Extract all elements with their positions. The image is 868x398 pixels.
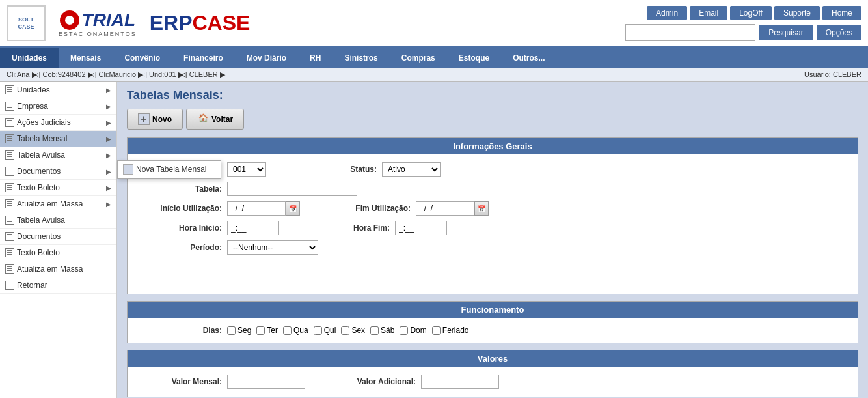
check-sex[interactable] bbox=[341, 326, 349, 335]
sidebar-item-acoes-judiciais[interactable]: Ações Judiciais ▶ bbox=[0, 115, 116, 131]
nav-sinistros[interactable]: Sinistros bbox=[332, 48, 389, 68]
search-input[interactable] bbox=[625, 24, 755, 41]
nav-financeiro[interactable]: Financeiro bbox=[172, 48, 235, 68]
valor-mensal-input[interactable] bbox=[227, 375, 305, 389]
check-ter[interactable] bbox=[256, 326, 265, 335]
section-informacoes-header: Informações Gerais bbox=[128, 138, 858, 154]
nav-estoque[interactable]: Estoque bbox=[447, 48, 501, 68]
tabela-input[interactable] bbox=[227, 182, 357, 196]
atualiza-massa2-icon bbox=[5, 264, 14, 274]
sidebar: Unidades ▶ Empresa ▶ Ações Judiciais ▶ T… bbox=[0, 82, 117, 398]
section-funcionamento-header: Funcionamento bbox=[128, 302, 858, 318]
sidebar-item-documentos[interactable]: Documentos ▶ bbox=[0, 163, 116, 180]
admin-button[interactable]: Admin bbox=[647, 6, 687, 20]
day-qui-label: Qui bbox=[324, 326, 336, 335]
check-sab[interactable] bbox=[370, 326, 379, 335]
check-qua[interactable] bbox=[283, 326, 292, 335]
sidebar-item-atualiza-massa2[interactable]: Atualiza em Massa bbox=[0, 261, 116, 277]
section-funcionamento-body: Dias: Seg Ter Qua bbox=[128, 318, 858, 343]
valor-adicional-label: Valor Adicional: bbox=[331, 377, 416, 386]
section-funcionamento: Funcionamento Dias: Seg Ter bbox=[127, 301, 858, 343]
empty-row-1 bbox=[137, 257, 848, 273]
pesquisar-button[interactable]: Pesquisar bbox=[759, 25, 812, 40]
logoff-button[interactable]: LogOff bbox=[730, 6, 772, 20]
sidebar-item-unidades[interactable]: Unidades ▶ bbox=[0, 82, 116, 98]
valor-mensal-label: Valor Mensal: bbox=[137, 377, 222, 386]
day-seg[interactable]: Seg bbox=[227, 326, 251, 335]
nav-mov-diario[interactable]: Mov Diário bbox=[235, 48, 298, 68]
trial-sub: ESTACIONAMENTOS bbox=[59, 31, 137, 37]
sidebar-item-empresa[interactable]: Empresa ▶ bbox=[0, 98, 116, 115]
check-dom[interactable] bbox=[400, 326, 408, 335]
email-button[interactable]: Email bbox=[690, 6, 727, 20]
empty-row-2 bbox=[137, 273, 848, 289]
periodo-select[interactable]: --Nenhum-- Semanal Mensal Anual bbox=[227, 240, 318, 255]
header-logos: SOFTCASE TRIAL ESTACIONAMENTOS ERPCASE bbox=[7, 5, 250, 41]
day-qui[interactable]: Qui bbox=[314, 326, 336, 335]
inicio-calendar-btn[interactable]: 📅 bbox=[286, 201, 300, 216]
texto-boleto2-icon bbox=[5, 248, 14, 257]
section-valores: Valores Valor Mensal: Valor Adicional: bbox=[127, 350, 858, 397]
day-dom[interactable]: Dom bbox=[400, 326, 426, 335]
submenu-tabela-mensal: Nova Tabela Mensal bbox=[117, 160, 221, 179]
sidebar-item-texto-boleto2[interactable]: Texto Boleto bbox=[0, 245, 116, 261]
documentos-icon bbox=[5, 167, 14, 176]
main-panel: Tabelas Mensais: + Novo 🏠 Voltar Informa… bbox=[117, 82, 868, 398]
section-valores-header: Valores bbox=[128, 350, 858, 367]
fim-calendar-btn[interactable]: 📅 bbox=[474, 201, 489, 216]
nav-convenio[interactable]: Convênio bbox=[113, 48, 172, 68]
sidebar-item-tabela-avulsa[interactable]: Tabela Avulsa ▶ bbox=[0, 147, 116, 163]
nav-outros[interactable]: Outros... bbox=[501, 48, 556, 68]
hora-inicio-input[interactable] bbox=[227, 221, 279, 235]
day-ter-label: Ter bbox=[267, 326, 278, 335]
submenu-nova-tabela-mensal[interactable]: Nova Tabela Mensal bbox=[118, 161, 221, 178]
sidebar-item-texto-boleto[interactable]: Texto Boleto ▶ bbox=[0, 180, 116, 196]
nav-rh[interactable]: RH bbox=[298, 48, 332, 68]
hora-fim-input[interactable] bbox=[395, 221, 447, 235]
sidebar-item-documentos2[interactable]: Documentos bbox=[0, 229, 116, 245]
check-qui[interactable] bbox=[314, 326, 322, 335]
day-ter[interactable]: Ter bbox=[256, 326, 278, 335]
arrow-icon: ▶ bbox=[106, 184, 111, 192]
opcoes-button[interactable]: Opções bbox=[817, 25, 861, 40]
fim-input[interactable] bbox=[416, 201, 474, 216]
row-periodo: Período: --Nenhum-- Semanal Mensal Anual bbox=[137, 238, 848, 257]
submenu-item-label: Nova Tabela Mensal bbox=[136, 165, 207, 174]
sidebar-item-atualiza-massa[interactable]: Atualiza em Massa ▶ bbox=[0, 196, 116, 212]
inicio-input[interactable] bbox=[227, 201, 286, 216]
tabela-avulsa-icon bbox=[5, 150, 14, 160]
day-sab-label: Sáb bbox=[381, 326, 394, 335]
check-feriado[interactable] bbox=[432, 326, 441, 335]
nav-mensais[interactable]: Mensais bbox=[59, 48, 113, 68]
row-dias: Dias: Seg Ter Qua bbox=[137, 323, 848, 337]
day-sex[interactable]: Sex bbox=[341, 326, 365, 335]
sidebar-item-retornar[interactable]: Retornar bbox=[0, 277, 116, 294]
day-feriado[interactable]: Feriado bbox=[432, 326, 469, 335]
sidebar-item-tabela-avulsa2[interactable]: Tabela Avulsa bbox=[0, 212, 116, 229]
search-row: Pesquisar Opções bbox=[625, 24, 861, 41]
section-informacoes-body: Unidade: 001 Status: Ativo Inativo Tabel… bbox=[128, 154, 858, 294]
suporte-button[interactable]: Suporte bbox=[774, 6, 820, 20]
valor-adicional-input[interactable] bbox=[421, 375, 499, 389]
day-qua[interactable]: Qua bbox=[283, 326, 308, 335]
fim-label: Fim Utilização: bbox=[326, 204, 411, 213]
section-informacoes-gerais: Informações Gerais Unidade: 001 Status: … bbox=[127, 137, 858, 294]
periodo-label: Período: bbox=[137, 243, 222, 252]
novo-button[interactable]: + Novo bbox=[127, 109, 183, 130]
main-navigation: Unidades Mensais Convênio Financeiro Mov… bbox=[0, 48, 868, 68]
header-right: Admin Email LogOff Suporte Home Pesquisa… bbox=[625, 6, 861, 41]
check-seg[interactable] bbox=[227, 326, 236, 335]
status-select[interactable]: Ativo Inativo bbox=[382, 162, 441, 177]
nav-unidades[interactable]: Unidades bbox=[0, 48, 59, 68]
nav-compras[interactable]: Compras bbox=[390, 48, 447, 68]
arrow-icon: ▶ bbox=[106, 135, 111, 143]
arrow-icon: ▶ bbox=[106, 168, 111, 175]
header: SOFTCASE TRIAL ESTACIONAMENTOS ERPCASE A… bbox=[0, 0, 868, 48]
sidebar-item-tabela-mensal[interactable]: Tabela Mensal ▶ bbox=[0, 131, 116, 147]
voltar-button[interactable]: 🏠 Voltar bbox=[186, 109, 244, 130]
row-horas: Hora Início: Hora Fim: bbox=[137, 218, 848, 238]
day-sab[interactable]: Sáb bbox=[370, 326, 394, 335]
empresa-icon bbox=[5, 102, 14, 111]
home-button[interactable]: Home bbox=[822, 6, 861, 20]
unidade-select[interactable]: 001 bbox=[227, 162, 266, 177]
